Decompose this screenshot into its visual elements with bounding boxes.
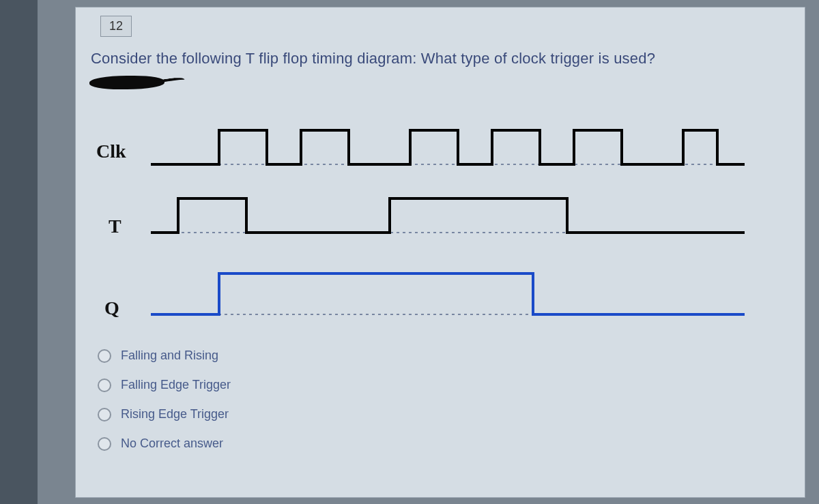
option-0[interactable]: Falling and Rising	[98, 349, 231, 363]
option-label: Rising Edge Trigger	[121, 407, 229, 421]
question-text: Consider the following T flip flop timin…	[91, 50, 655, 68]
option-label: No Correct answer	[121, 436, 223, 451]
option-2[interactable]: Rising Edge Trigger	[98, 407, 231, 421]
timing-diagram: Clk T Q	[89, 110, 792, 335]
radio-icon	[98, 408, 111, 421]
signal-label-q: Q	[104, 297, 119, 319]
options-group: Falling and Rising Falling Edge Trigger …	[98, 349, 231, 466]
screen-left-border	[0, 0, 38, 504]
question-card: 12 Consider the following T flip flop ti…	[75, 7, 805, 498]
question-number: 12	[109, 19, 123, 33]
timing-svg	[89, 110, 792, 335]
radio-icon	[98, 379, 111, 392]
redaction-scribble	[89, 72, 188, 95]
option-1[interactable]: Falling Edge Trigger	[98, 378, 231, 392]
option-3[interactable]: No Correct answer	[98, 436, 231, 451]
signal-label-clk: Clk	[96, 140, 126, 162]
radio-icon	[98, 349, 111, 363]
option-label: Falling Edge Trigger	[121, 378, 231, 392]
question-number-badge: 12	[100, 16, 132, 37]
radio-icon	[98, 437, 111, 451]
option-label: Falling and Rising	[121, 349, 218, 363]
signal-label-t: T	[109, 216, 121, 237]
